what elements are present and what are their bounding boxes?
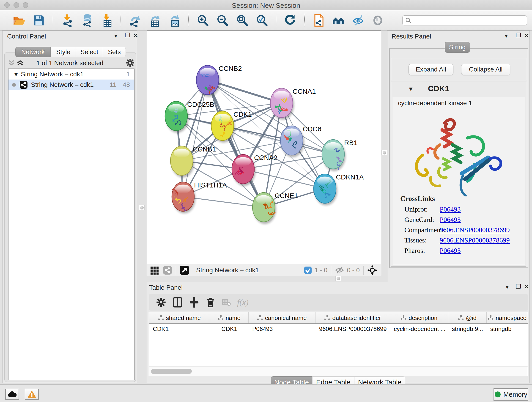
network-node-hist1h1a[interactable]: HIST1H1A [172, 181, 227, 213]
network-view-mode-icon[interactable] [163, 266, 172, 275]
network-node-cdk1[interactable]: CDK1 [211, 110, 252, 143]
tab-sets[interactable]: Sets [103, 47, 126, 57]
selected-count: 1 - 0 [315, 267, 327, 274]
tab-string[interactable]: String [445, 42, 470, 53]
gene-section: ▼ CDK1 cyclin-dependent kinase 1 [391, 82, 526, 267]
crosslink-tissues-link[interactable]: 9606.ENSP00000378699 [440, 236, 510, 244]
birds-eye-view-icon[interactable] [367, 265, 377, 275]
results-panel-menu-icon[interactable]: ▾ [505, 33, 508, 39]
show-eye-icon[interactable] [371, 14, 385, 27]
results-panel-close-icon[interactable]: ✕ [524, 32, 529, 38]
column-header[interactable]: description [390, 313, 448, 323]
node-gloss [256, 195, 272, 204]
control-panel-menu-icon[interactable]: ▾ [114, 33, 117, 39]
horizontal-scrollbar[interactable] [149, 366, 528, 376]
column-header[interactable]: namespace [487, 313, 528, 323]
column-header[interactable]: canonical name [249, 313, 316, 323]
network-node-cdc6[interactable]: CDC6 [280, 125, 322, 157]
node-gloss [168, 104, 184, 113]
network-canvas[interactable]: CCNB2CCNA1CDC25BCDK1CDC6RB1CCNB1CCNA2CDK… [147, 31, 381, 263]
table-row[interactable]: CDK1 CDK1 P06493 9606.ENSP00000378699 cy… [149, 324, 528, 334]
table-panel-menu-icon[interactable]: ▾ [506, 284, 509, 290]
memory-button[interactable]: Memory [494, 388, 528, 401]
column-header[interactable]: name [210, 313, 249, 323]
table-panel-close-icon[interactable]: ✕ [524, 284, 529, 290]
zoom-out-icon[interactable] [216, 14, 229, 27]
right-splitter-handle[interactable] [381, 150, 387, 155]
crosslink-pharos-link[interactable]: P06493 [440, 247, 461, 254]
network-node-cdkn1a[interactable]: CDKN1A [314, 173, 364, 205]
save-session-icon[interactable] [32, 14, 45, 27]
grid-view-icon[interactable] [150, 266, 159, 275]
crosslink-uniprot-link[interactable]: P06493 [440, 205, 461, 213]
expand-collapse-bar: Expand All Collapse All [391, 58, 526, 80]
control-panel-close-icon[interactable]: ✕ [133, 32, 138, 38]
tree-expander-icon[interactable]: ▾ [14, 70, 18, 78]
zoom-in-icon[interactable] [196, 14, 209, 27]
open-file-icon[interactable] [12, 14, 26, 27]
selected-checkbox-icon[interactable] [304, 266, 312, 274]
network-node-rb1[interactable]: RB1 [322, 139, 357, 171]
network-node-cdc25b[interactable]: CDC25B [165, 101, 214, 133]
table-options-gear-icon[interactable] [156, 297, 166, 307]
node-gloss [174, 149, 190, 157]
results-panel-title: Results Panel [392, 33, 431, 40]
import-table-file-icon[interactable] [100, 14, 113, 27]
node-gloss [200, 68, 215, 77]
crosslink-genecard-link[interactable]: P06493 [440, 216, 461, 223]
gene-expander-icon[interactable]: ▼ [408, 85, 414, 93]
node-label: RB1 [344, 139, 357, 147]
cloud-icon [7, 391, 17, 397]
tab-style[interactable]: Style [51, 47, 76, 57]
network-node-ccne1[interactable]: CCNE1 [253, 192, 298, 224]
network-collection-row[interactable]: ▾ String Network – cdk1 1 [8, 69, 134, 80]
refresh-icon[interactable] [284, 14, 297, 27]
detach-view-icon[interactable] [180, 265, 189, 275]
window-title: Session: New Session [0, 2, 532, 9]
network-label: String Network – cdk1 [31, 81, 94, 89]
node-table: shared name name canonical name database… [149, 312, 528, 376]
add-column-icon[interactable] [189, 297, 199, 307]
network-node-ccnb1[interactable]: CCNB1 [171, 145, 216, 177]
hide-panel-eye-icon[interactable] [351, 14, 365, 27]
network-options-gear-icon[interactable] [125, 58, 135, 68]
scrollbar-thumb[interactable] [151, 369, 192, 374]
crosslinks-heading: CrossLinks [400, 195, 435, 203]
expand-all-button[interactable]: Expand All [409, 64, 453, 75]
node-label: CCNE1 [275, 192, 298, 199]
search-input[interactable] [402, 15, 527, 26]
gene-details: cyclin-dependent kinase 1 CrossLinks [393, 97, 525, 265]
network-status-bar: String Network – cdk1 1 - 0 0 - 0 [147, 264, 381, 276]
bottom-splitter-handle[interactable] [336, 276, 341, 281]
export-table-icon[interactable] [148, 14, 161, 27]
tab-network[interactable]: Network [15, 47, 51, 57]
import-network-file-icon[interactable] [60, 14, 74, 27]
network-row-selected[interactable]: String Network – cdk1 11 48 [8, 80, 134, 90]
zoom-selected-icon[interactable] [255, 14, 268, 27]
table-panel-float-icon[interactable]: ❐ [516, 283, 521, 289]
warnings-button[interactable] [25, 389, 39, 400]
crosslink-compartments-link[interactable]: 9606.ENSP00000378699 [440, 226, 510, 234]
cloud-status-button[interactable] [5, 389, 19, 400]
node-gloss [215, 114, 230, 123]
left-splitter-handle[interactable] [139, 205, 145, 211]
home-species-icon[interactable] [332, 14, 345, 27]
show-columns-icon[interactable] [172, 297, 183, 307]
control-panel-float-icon[interactable]: ❐ [125, 32, 130, 38]
collapse-all-button[interactable]: Collapse All [461, 64, 510, 75]
results-panel-float-icon[interactable]: ❐ [516, 32, 521, 38]
network-from-file-icon[interactable] [312, 14, 325, 27]
delete-column-icon[interactable] [205, 297, 216, 307]
zoom-fit-icon[interactable] [235, 14, 249, 27]
collection-count: 1 [126, 70, 130, 78]
export-network-icon[interactable] [128, 14, 142, 27]
column-header[interactable]: database identifier [316, 313, 390, 323]
node-label: CCNA2 [254, 154, 278, 161]
tab-select[interactable]: Select [76, 47, 103, 57]
import-network-database-icon[interactable] [80, 14, 94, 27]
export-image-icon[interactable] [168, 14, 181, 27]
column-header[interactable]: @id [448, 313, 487, 323]
network-node-ccnb2[interactable]: CCNB2 [196, 65, 242, 97]
column-header[interactable]: shared name [149, 313, 210, 323]
network-current-dot-icon [12, 83, 16, 87]
